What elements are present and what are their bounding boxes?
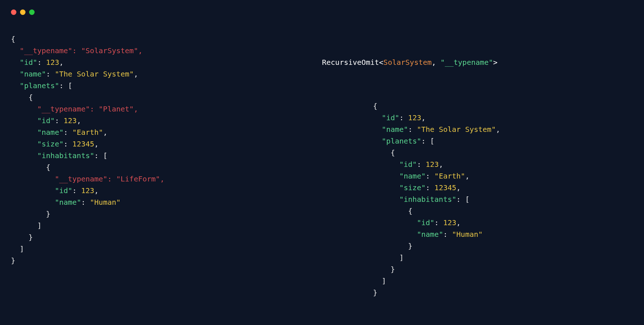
code-line: } [11,231,322,243]
token-punc: : [ [421,137,434,145]
token-key: "name" [399,172,425,180]
token-num: 123 [443,218,456,227]
code-line: } [373,240,633,252]
token-str: "The Solar System" [417,125,496,134]
token-punc: { [11,35,15,43]
token-punc: ] [37,221,42,230]
omit-key: "__typename" [440,58,493,67]
token-punc: , [496,125,500,134]
type-expression: RecursiveOmit<SolarSystem, "__typename"> [322,56,633,68]
token-punc: { [373,102,377,110]
code-window: { "__typename": "SolarSystem", "id": 123… [0,0,644,325]
code-line: "id": 123, [11,56,322,68]
token-punc: { [28,93,33,102]
fn-name: RecursiveOmit [322,58,379,67]
titlebar [0,0,644,15]
code-line: { [373,147,633,158]
token-punc: : [426,172,435,180]
code-line: } [11,208,322,220]
comma: , [432,58,440,67]
token-punc: , [94,186,99,195]
token-key: "inhabitants" [399,195,456,204]
token-punc: , [439,160,443,169]
token-key: "id" [37,116,55,125]
token-punc: } [28,233,33,242]
token-punc: , [465,172,470,180]
token-punc: } [390,265,395,274]
code-line: ] [373,252,633,263]
token-key: "id" [382,113,399,122]
angle-open: < [379,58,384,67]
token-omit: "__typename": "SolarSystem", [20,46,142,55]
token-punc: ] [20,244,24,253]
type-name: SolarSystem [384,58,432,67]
right-code-block: { "id": 123, "name": "The Solar System",… [322,100,633,298]
code-line: "id": 123, [373,158,633,170]
token-punc: : [399,113,408,122]
token-punc: { [390,148,395,157]
code-line: "size": 12345, [11,138,322,150]
token-omit: "__typename": "LifeForm", [55,175,164,183]
token-punc: : [408,125,417,134]
token-key: "planets" [20,81,59,90]
token-punc: ] [399,253,404,262]
code-line: "id": 123, [11,115,322,126]
code-line: "id": 123, [373,217,633,228]
code-line: } [373,263,633,275]
token-punc: : [64,140,72,148]
token-punc: : [64,128,72,137]
code-line: "name": "Human" [11,196,322,208]
token-punc: : [ [59,81,72,90]
token-punc: : [426,183,435,192]
token-omit: "__typename": "Planet", [37,105,138,113]
code-line: "size": 12345, [373,182,633,193]
token-punc: { [46,163,50,172]
token-key: "name" [417,230,443,239]
token-str: "The Solar System" [55,70,134,78]
token-punc: , [134,70,138,78]
code-line: } [373,287,633,298]
token-key: "name" [37,128,63,137]
code-line: { [373,205,633,217]
code-line: { [11,161,322,173]
minimize-icon[interactable] [20,9,25,15]
token-punc: , [421,113,425,122]
token-key: "id" [399,160,417,169]
token-key: "size" [399,183,425,192]
token-punc: , [103,128,107,137]
token-punc: } [46,210,50,218]
code-line: ] [373,275,633,287]
token-key: "size" [37,140,63,148]
code-line: } [11,255,322,266]
token-num: 123 [64,116,77,125]
token-str: "Earth" [72,128,103,137]
content: { "__typename": "SolarSystem", "id": 123… [0,15,644,322]
code-line: "id": 123, [373,112,633,124]
token-punc: : [ [94,151,107,160]
token-punc: : [ [456,195,470,204]
code-line: "planets": [ [11,80,322,91]
token-punc: } [408,242,412,250]
code-line: "inhabitants": [ [11,150,322,161]
token-punc: : [72,186,81,195]
token-punc: } [11,256,15,265]
token-str: "Human" [90,198,121,207]
token-punc: } [373,288,377,297]
token-punc: { [408,207,412,215]
token-num: 123 [46,58,59,67]
zoom-icon[interactable] [29,9,35,15]
token-key: "name" [55,198,81,207]
token-punc: : [417,160,425,169]
code-line: "name": "Earth", [11,126,322,138]
token-num: 123 [426,160,439,169]
code-line: "name": "Human" [373,228,633,240]
close-icon[interactable] [11,9,16,15]
token-punc: , [456,183,461,192]
token-num: 123 [408,113,421,122]
right-code-pane: RecursiveOmit<SolarSystem, "__typename">… [322,33,633,322]
token-punc: : [55,116,63,125]
token-punc: ] [382,277,386,285]
token-punc: : [435,218,443,227]
code-line: "__typename": "SolarSystem", [11,45,322,56]
token-key: "planets" [382,137,421,145]
